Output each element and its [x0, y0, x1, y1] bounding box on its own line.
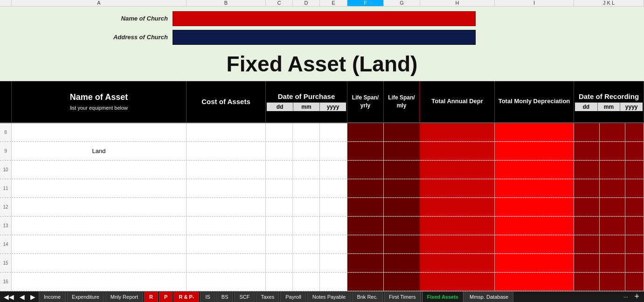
cell-annual-depr[interactable] [420, 273, 495, 291]
cell-annual-depr[interactable] [420, 198, 495, 216]
cell-monly-depr[interactable] [495, 198, 574, 216]
cell-cost[interactable] [187, 123, 266, 141]
cell-annual-depr[interactable] [420, 254, 495, 272]
cell-dd-recording[interactable] [574, 217, 600, 235]
cell-monly-depr[interactable] [495, 161, 574, 179]
cell-lifespan-yrly[interactable] [347, 254, 384, 272]
cell-cost[interactable] [187, 198, 266, 216]
cell-dd-recording[interactable] [574, 254, 600, 272]
cell-dd-recording[interactable] [574, 198, 600, 216]
cell-name[interactable] [12, 254, 187, 272]
cell-dd-purchase[interactable] [266, 235, 293, 253]
cell-lifespan-yrly[interactable] [347, 217, 384, 235]
cell-yyyy-recording[interactable] [625, 161, 644, 179]
cell-mm-purchase[interactable] [293, 123, 320, 141]
cell-yyyy-recording[interactable] [625, 235, 644, 253]
cell-dd-purchase[interactable] [266, 161, 293, 179]
tab-item-first-timers[interactable]: First Timers [384, 291, 421, 302]
cell-lifespan-mly[interactable] [384, 142, 420, 160]
cell-lifespan-mly[interactable] [384, 273, 420, 291]
cell-monly-depr[interactable] [495, 123, 574, 141]
cell-lifespan-yrly[interactable] [347, 273, 384, 291]
cell-dd-purchase[interactable] [266, 198, 293, 216]
cell-mm-recording[interactable] [600, 273, 625, 291]
cell-mm-recording[interactable] [600, 217, 625, 235]
cell-lifespan-mly[interactable] [384, 161, 420, 179]
cell-mm-recording[interactable] [600, 179, 625, 197]
cell-dd-recording[interactable] [574, 179, 600, 197]
cell-lifespan-yrly[interactable] [347, 142, 384, 160]
cell-lifespan-mly[interactable] [384, 198, 420, 216]
cell-lifespan-yrly[interactable] [347, 123, 384, 141]
tab-item-r-&-p-[interactable]: R & P- [173, 291, 199, 302]
cell-mm-recording[interactable] [600, 123, 625, 141]
cell-yyyy-recording[interactable] [625, 273, 644, 291]
cell-lifespan-mly[interactable] [384, 235, 420, 253]
cell-yyyy-purchase[interactable] [320, 179, 347, 197]
church-address-input[interactable] [173, 30, 476, 45]
cell-cost[interactable] [187, 161, 266, 179]
cell-yyyy-recording[interactable] [625, 123, 644, 141]
tab-add-btn[interactable]: + [630, 292, 643, 302]
cell-mm-recording[interactable] [600, 142, 625, 160]
cell-dd-recording[interactable] [574, 142, 600, 160]
cell-cost[interactable] [187, 179, 266, 197]
cell-lifespan-mly[interactable] [384, 217, 420, 235]
tab-item-r[interactable]: R [144, 291, 158, 302]
cell-monly-depr[interactable] [495, 254, 574, 272]
cell-mm-recording[interactable] [600, 235, 625, 253]
cell-yyyy-purchase[interactable] [320, 198, 347, 216]
cell-monly-depr[interactable] [495, 235, 574, 253]
cell-dd-purchase[interactable] [266, 142, 293, 160]
cell-cost[interactable] [187, 254, 266, 272]
cell-annual-depr[interactable] [420, 235, 495, 253]
cell-cost[interactable] [187, 235, 266, 253]
tab-item-scf[interactable]: SCF [234, 291, 255, 302]
cell-name[interactable] [12, 179, 187, 197]
cell-yyyy-recording[interactable] [625, 254, 644, 272]
cell-mm-purchase[interactable] [293, 179, 320, 197]
cell-monly-depr[interactable] [495, 179, 574, 197]
cell-lifespan-mly[interactable] [384, 179, 420, 197]
cell-yyyy-recording[interactable] [625, 142, 644, 160]
tab-first-btn[interactable]: ◀◀ [1, 292, 17, 302]
cell-mm-purchase[interactable] [293, 198, 320, 216]
cell-lifespan-yrly[interactable] [347, 161, 384, 179]
cell-monly-depr[interactable] [495, 217, 574, 235]
cell-annual-depr[interactable] [420, 161, 495, 179]
cell-yyyy-purchase[interactable] [320, 123, 347, 141]
cell-dd-purchase[interactable] [266, 217, 293, 235]
cell-monly-depr[interactable] [495, 273, 574, 291]
cell-name[interactable] [12, 123, 187, 141]
cell-yyyy-purchase[interactable] [320, 273, 347, 291]
cell-yyyy-purchase[interactable] [320, 161, 347, 179]
cell-cost[interactable] [187, 217, 266, 235]
cell-yyyy-purchase[interactable] [320, 235, 347, 253]
cell-mm-purchase[interactable] [293, 235, 320, 253]
cell-monly-depr[interactable] [495, 142, 574, 160]
cell-yyyy-purchase[interactable] [320, 217, 347, 235]
cell-dd-recording[interactable] [574, 235, 600, 253]
cell-mm-purchase[interactable] [293, 217, 320, 235]
tab-next-btn[interactable]: ▶ [28, 292, 38, 302]
cell-annual-depr[interactable] [420, 217, 495, 235]
cell-dd-recording[interactable] [574, 161, 600, 179]
tab-more-btn[interactable]: ··· [621, 292, 630, 302]
tab-item-notes-payable[interactable]: Notes Payable [307, 291, 351, 302]
tab-item-mnly-report[interactable]: Mnly Report [105, 291, 143, 302]
tab-item-fixed-assets[interactable]: Fixed Assets [422, 291, 464, 302]
tab-item-bnk-rec.[interactable]: Bnk Rec. [352, 291, 383, 302]
cell-name[interactable] [12, 273, 187, 291]
cell-yyyy-recording[interactable] [625, 198, 644, 216]
cell-lifespan-yrly[interactable] [347, 235, 384, 253]
tab-item-income[interactable]: Income [39, 291, 66, 302]
tab-item-expenditure[interactable]: Expenditure [67, 291, 104, 302]
cell-cost[interactable] [187, 142, 266, 160]
cell-yyyy-recording[interactable] [625, 217, 644, 235]
cell-yyyy-purchase[interactable] [320, 142, 347, 160]
tab-item-is[interactable]: IS [200, 291, 215, 302]
cell-mm-purchase[interactable] [293, 142, 320, 160]
tab-item-bs[interactable]: BS [216, 291, 234, 302]
church-name-input[interactable] [173, 11, 476, 26]
cell-cost[interactable] [187, 273, 266, 291]
